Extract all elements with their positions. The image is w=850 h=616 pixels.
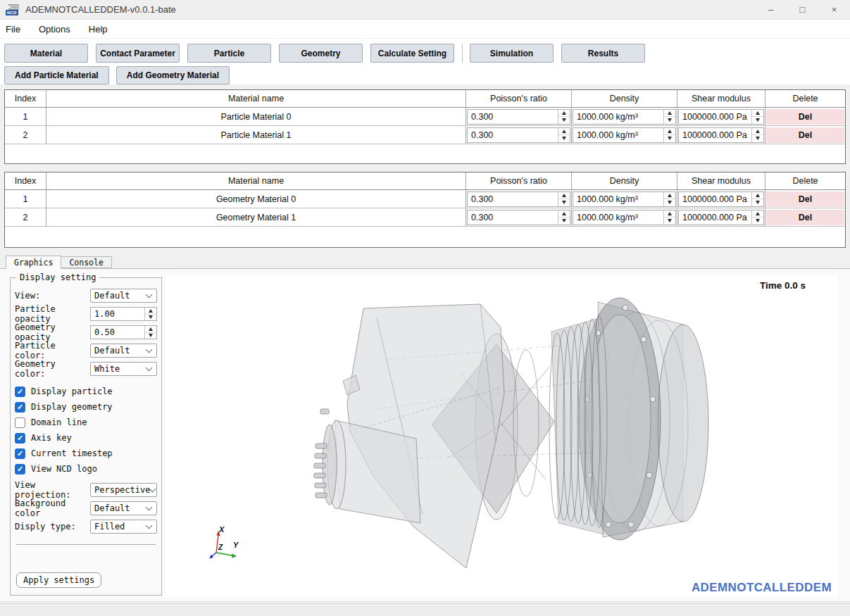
delete-button[interactable]: Del — [766, 127, 844, 143]
checkbox-icon[interactable]: ✓ — [15, 417, 25, 428]
spin-up-icon[interactable] — [664, 128, 675, 136]
spin-up-icon[interactable] — [752, 192, 763, 200]
header-delete: Delete — [765, 172, 845, 190]
spin-down-icon[interactable] — [558, 218, 570, 225]
spin-down-icon[interactable] — [752, 218, 763, 225]
menu-options[interactable]: Options — [30, 20, 80, 38]
table-row: 2 Particle Material 1 0.300 1000.000 kg/… — [5, 126, 845, 144]
view-combobox[interactable]: Default — [90, 289, 157, 303]
material-name-cell[interactable]: Particle Material 1 — [46, 126, 466, 144]
nav-button-results[interactable]: Results — [561, 44, 645, 63]
spin-down-icon[interactable] — [752, 135, 763, 142]
poisson-spinbox[interactable]: 0.300 — [467, 127, 570, 143]
checkbox-axis-key[interactable]: ✓ Axis key — [15, 430, 157, 446]
menu-file[interactable]: File — [0, 20, 30, 38]
particle-material-table: Index Material name Poisson's ratio Dens… — [4, 89, 846, 164]
view-projection-combobox[interactable]: Perspective — [90, 483, 157, 497]
spin-down-icon[interactable] — [752, 199, 763, 206]
spin-up-icon[interactable] — [664, 110, 675, 118]
spin-down-icon[interactable] — [145, 333, 156, 339]
tab-graphics[interactable]: Graphics — [6, 256, 61, 269]
nav-button-simulation[interactable]: Simulation — [470, 44, 554, 63]
spin-up-icon[interactable] — [752, 128, 763, 136]
spin-up-icon[interactable] — [558, 128, 570, 136]
shear-spinbox[interactable]: 1000000.000 Pa — [678, 109, 764, 125]
menu-help[interactable]: Help — [80, 20, 117, 38]
checkbox-icon[interactable]: ✓ — [15, 433, 25, 444]
geometry-opacity-spinbox[interactable]: 0.50 — [90, 325, 157, 339]
spin-down-icon[interactable] — [145, 315, 156, 321]
header-index: Index — [5, 172, 46, 190]
nav-button-particle[interactable]: Particle — [187, 44, 271, 63]
density-spinbox[interactable]: 1000.000 kg/m³ — [573, 210, 676, 225]
nav-button-geometry[interactable]: Geometry — [279, 44, 363, 63]
maximize-button[interactable]: □ — [787, 0, 818, 19]
particle-opacity-spinbox[interactable]: 1.00 — [90, 307, 157, 321]
spin-up-icon[interactable] — [752, 210, 763, 218]
watermark-logo: ADEMNOTCALLEDDEM — [692, 581, 832, 595]
material-name-cell[interactable]: Particle Material 0 — [46, 108, 466, 126]
close-button[interactable]: × — [818, 0, 850, 19]
geometry-color-combobox[interactable]: White — [90, 362, 157, 376]
shear-spinbox[interactable]: 1000000.000 Pa — [678, 127, 764, 143]
checkbox-icon[interactable]: ✓ — [15, 386, 25, 397]
spin-up-icon[interactable] — [558, 210, 570, 218]
spin-up-icon[interactable] — [145, 326, 156, 333]
spin-up-icon[interactable] — [558, 110, 570, 118]
delete-button[interactable]: Del — [766, 109, 844, 125]
delete-button[interactable]: Del — [766, 191, 844, 207]
shear-spinbox[interactable]: 1000000.000 Pa — [678, 210, 764, 225]
spin-down-icon[interactable] — [664, 135, 675, 142]
checkbox-icon[interactable]: ✓ — [15, 464, 25, 474]
spin-up-icon[interactable] — [664, 192, 675, 200]
checkbox-icon[interactable]: ✓ — [15, 448, 25, 459]
checkbox-display-particle[interactable]: ✓ Display particle — [15, 384, 157, 399]
tab-console[interactable]: Console — [61, 256, 111, 268]
poisson-spinbox[interactable]: 0.300 — [467, 191, 570, 207]
background-color-combobox[interactable]: Default — [90, 501, 157, 515]
spin-down-icon[interactable] — [664, 218, 675, 225]
checkbox-current-timestep[interactable]: ✓ Current timestep — [15, 446, 157, 461]
particle-color-combobox[interactable]: Default — [90, 344, 157, 358]
checkbox-view-ncd-logo[interactable]: ✓ View NCD logo — [15, 461, 157, 477]
material-name-cell[interactable]: Geometry Material 1 — [46, 208, 466, 227]
3d-viewport[interactable]: Time 0.0 s X Z Y ADEMNOTCALLEDDEM — [165, 275, 838, 597]
spin-up-icon[interactable] — [145, 308, 156, 315]
index-cell: 1 — [5, 190, 46, 208]
nav-button-contact-parameter[interactable]: Contact Parameter — [96, 44, 180, 63]
add-geometry-material-button[interactable]: Add Geometry Material — [116, 66, 230, 84]
spin-up-icon[interactable] — [752, 110, 763, 118]
minimize-button[interactable]: – — [755, 0, 787, 19]
group-title: Display setting — [16, 272, 99, 282]
checkbox-display-geometry[interactable]: ✓ Display geometry — [15, 399, 157, 415]
checkbox-domain-line[interactable]: ✓ Domain line — [15, 415, 157, 430]
apply-settings-button[interactable]: Apply settings — [16, 572, 101, 588]
delete-button[interactable]: Del — [766, 210, 844, 225]
density-spinbox[interactable]: 1000.000 kg/m³ — [573, 109, 676, 125]
header-index: Index — [5, 90, 46, 108]
material-name-cell[interactable]: Geometry Material 0 — [46, 190, 466, 208]
nav-button-calculate-setting[interactable]: Calculate Setting — [370, 44, 454, 63]
spin-down-icon[interactable] — [752, 117, 763, 124]
density-spinbox[interactable]: 1000.000 kg/m³ — [573, 191, 676, 207]
poisson-spinbox[interactable]: 0.300 — [467, 210, 570, 225]
particle-opacity-row: Particle opacity 1.00 — [15, 305, 157, 323]
spin-down-icon[interactable] — [664, 117, 675, 124]
density-spinbox[interactable]: 1000.000 kg/m³ — [573, 127, 676, 143]
spin-down-icon[interactable] — [664, 199, 675, 206]
spin-up-icon[interactable] — [558, 192, 570, 200]
nav-button-material[interactable]: Material — [4, 44, 88, 63]
spin-up-icon[interactable] — [664, 210, 675, 218]
display-checklist: ✓ Display particle ✓ Display geometry ✓ … — [15, 384, 157, 477]
index-cell: 2 — [5, 208, 46, 227]
display-type-combobox[interactable]: Filled — [90, 520, 157, 534]
shear-spinbox[interactable]: 1000000.000 Pa — [678, 191, 764, 207]
menubar: File Options Help — [0, 20, 850, 39]
spin-down-icon[interactable] — [558, 117, 570, 124]
checkbox-icon[interactable]: ✓ — [15, 402, 25, 413]
axis-x-label: X — [218, 525, 225, 534]
add-particle-material-button[interactable]: Add Particle Material — [4, 66, 109, 84]
spin-down-icon[interactable] — [558, 199, 570, 206]
poisson-spinbox[interactable]: 0.300 — [467, 109, 570, 125]
spin-down-icon[interactable] — [558, 135, 570, 142]
